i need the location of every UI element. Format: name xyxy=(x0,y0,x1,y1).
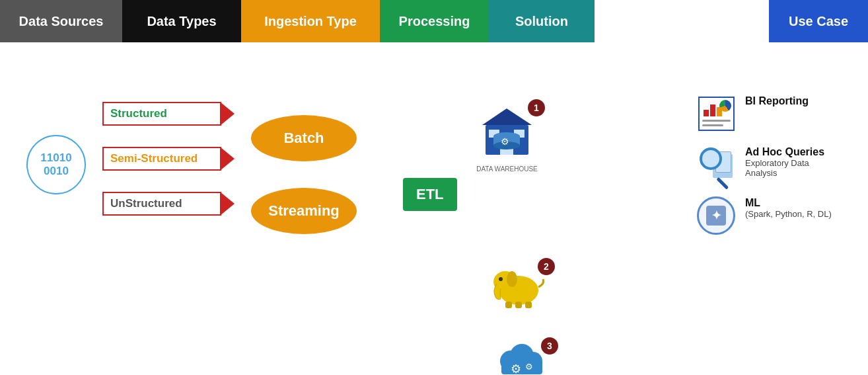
solution-warehouse: ⚙ 1 DATA WAREHOUSE xyxy=(476,102,538,174)
semi-structured-label: Semi-Structured xyxy=(110,152,198,165)
tab-ingestion-type[interactable]: Ingestion Type xyxy=(241,0,380,42)
ml-icon-wrap: ✦ xyxy=(696,197,736,233)
tab-data-sources[interactable]: Data Sources xyxy=(0,0,122,42)
warehouse-text: DATA WAREHOUSE xyxy=(476,165,538,173)
tab-ingestion-label: Ingestion Type xyxy=(264,14,357,29)
svg-text:⚙: ⚙ xyxy=(511,362,521,375)
tab-solution[interactable]: Solution xyxy=(489,0,595,42)
svg-rect-19 xyxy=(501,360,542,374)
badge-1-label: 1 xyxy=(534,103,539,113)
data-source-circle: 110100010 xyxy=(26,135,86,194)
adhoc-title: Ad Hoc Queries xyxy=(745,146,824,158)
use-case-bi-reporting: BI Reporting xyxy=(696,95,855,132)
ml-text: ML (Spark, Python, R, DL) xyxy=(745,197,832,219)
tab-data-types[interactable]: Data Types xyxy=(122,0,241,42)
tab-use-case[interactable]: Use Case xyxy=(769,0,868,42)
svg-rect-13 xyxy=(505,302,512,308)
adhoc-subtitle: Exploratory DataAnalysis xyxy=(745,158,824,178)
chip-cross: ✦ xyxy=(711,208,721,223)
batch-label: Batch xyxy=(283,130,324,147)
arrow-unstructured: UnStructured xyxy=(102,192,221,216)
tab-data-sources-label: Data Sources xyxy=(19,14,104,29)
svg-point-12 xyxy=(507,271,517,287)
structured-label: Structured xyxy=(110,107,167,120)
data-types-section: Structured Semi-Structured UnStructured xyxy=(102,102,221,216)
data-source-binary: 110100010 xyxy=(40,151,71,179)
svg-text:⚙: ⚙ xyxy=(501,136,509,147)
streaming-label: Streaming xyxy=(268,202,340,220)
svg-text:⚙: ⚙ xyxy=(525,362,533,372)
solution-badge-2: 2 xyxy=(538,258,555,275)
bi-reporting-icon xyxy=(696,95,736,132)
svg-rect-15 xyxy=(525,302,532,308)
svg-rect-14 xyxy=(515,302,522,308)
use-case-section: BI Reporting Ad Hoc Queries Exploratory … xyxy=(696,95,855,248)
solution-badge-1: 1 xyxy=(528,99,545,116)
bi-reporting-text: BI Reporting xyxy=(745,95,809,107)
batch-ellipse: Batch xyxy=(251,115,357,161)
header-tabs: Data Sources Data Types Ingestion Type P… xyxy=(0,0,868,42)
solution-badge-3: 3 xyxy=(541,337,558,354)
streaming-ellipse: Streaming xyxy=(251,188,357,234)
tab-solution-label: Solution xyxy=(515,14,568,29)
adhoc-icon xyxy=(696,146,736,183)
arrow-structured: Structured xyxy=(102,102,221,126)
ml-title: ML xyxy=(745,197,832,209)
badge-3-label: 3 xyxy=(547,341,552,351)
tab-processing-label: Processing xyxy=(399,14,470,29)
svg-marker-1 xyxy=(482,108,532,125)
tab-data-types-label: Data Types xyxy=(147,14,216,29)
etl-box: ETL xyxy=(403,178,457,211)
main-content: 110100010 Structured Semi-Structured UnS… xyxy=(0,42,868,375)
adhoc-text: Ad Hoc Queries Exploratory DataAnalysis xyxy=(745,146,824,178)
tab-use-case-label: Use Case xyxy=(789,14,848,29)
ingestion-section: Batch Streaming xyxy=(251,115,357,234)
tab-processing[interactable]: Processing xyxy=(380,0,489,42)
arrow-box-structured: Structured xyxy=(102,102,221,126)
svg-point-11 xyxy=(499,277,503,281)
arrow-box-unstructured: UnStructured xyxy=(102,192,221,216)
unstructured-label: UnStructured xyxy=(110,197,182,210)
use-case-ml: ✦ ML (Spark, Python, R, DL) xyxy=(696,197,855,233)
solution-cloud: ⚙ ⚙ 3 xyxy=(492,340,552,375)
solution-hadoop: 2 xyxy=(489,261,548,311)
badge-2-label: 2 xyxy=(544,261,549,272)
use-case-adhoc: Ad Hoc Queries Exploratory DataAnalysis xyxy=(696,146,855,183)
ml-subtitle: (Spark, Python, R, DL) xyxy=(745,209,832,219)
bi-reporting-title: BI Reporting xyxy=(745,95,809,107)
etl-label: ETL xyxy=(416,186,444,202)
arrow-semi-structured: Semi-Structured xyxy=(102,147,221,171)
arrow-box-semi: Semi-Structured xyxy=(102,147,221,171)
